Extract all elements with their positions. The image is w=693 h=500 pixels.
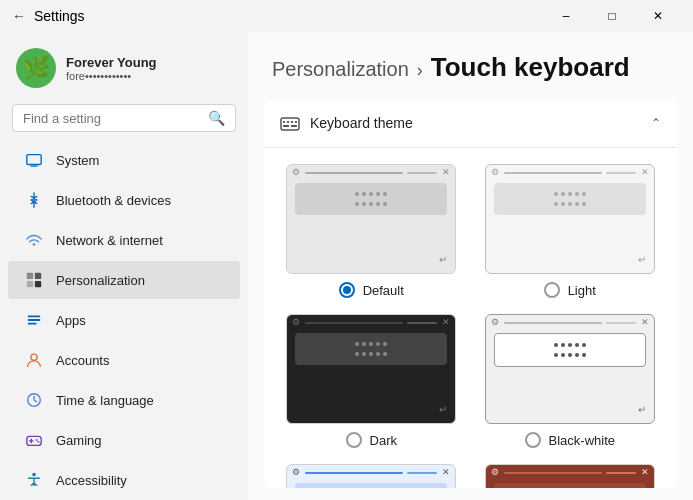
close-icon: ✕	[641, 167, 649, 177]
close-icon: ✕	[442, 167, 450, 177]
keyboard-body	[295, 333, 447, 365]
system-icon	[24, 150, 44, 170]
sidebar-item-time[interactable]: Time & language	[8, 381, 240, 419]
apps-icon	[24, 310, 44, 330]
theme-name-light: Light	[568, 283, 596, 298]
svg-point-11	[31, 354, 37, 360]
radio-light[interactable]	[544, 282, 560, 298]
keyboard-theme-section: Keyboard theme ⌃ ⚙ ✕	[264, 99, 677, 488]
enter-arrow-icon: ↵	[638, 254, 646, 265]
theme-card-light[interactable]: ⚙ ✕	[479, 164, 662, 298]
svg-rect-8	[28, 316, 41, 318]
sidebar-item-accounts[interactable]: Accounts	[8, 341, 240, 379]
search-input[interactable]	[23, 111, 200, 126]
sidebar-item-network[interactable]: Network & internet	[8, 221, 240, 259]
svg-rect-24	[283, 125, 289, 127]
theme-preview-poppy-red: ⚙ ✕	[485, 464, 655, 488]
personalization-icon	[24, 270, 44, 290]
close-icon: ✕	[641, 467, 649, 477]
user-name: Forever Young	[66, 55, 157, 70]
back-button[interactable]: ←	[12, 8, 26, 24]
sidebar-label-apps: Apps	[56, 313, 86, 328]
gear-icon: ⚙	[491, 317, 499, 327]
breadcrumb-separator: ›	[417, 60, 423, 81]
svg-rect-9	[28, 319, 41, 321]
chevron-up-icon: ⌃	[651, 116, 661, 130]
sidebar-item-system[interactable]: System	[8, 141, 240, 179]
accounts-icon	[24, 350, 44, 370]
user-info: Forever Young fore••••••••••••	[66, 55, 157, 82]
sidebar-label-system: System	[56, 153, 99, 168]
theme-card-black-white[interactable]: ⚙ ✕	[479, 314, 662, 448]
theme-card-poppy-red[interactable]: ⚙ ✕	[479, 464, 662, 488]
enter-arrow-icon: ↵	[638, 404, 646, 415]
sidebar-item-accessibility[interactable]: Accessibility	[8, 461, 240, 499]
maximize-button[interactable]: □	[589, 0, 635, 32]
search-box[interactable]: 🔍	[12, 104, 236, 132]
close-icon: ✕	[442, 317, 450, 327]
sidebar-item-personalization[interactable]: Personalization	[8, 261, 240, 299]
svg-point-17	[38, 441, 40, 443]
svg-rect-23	[295, 121, 297, 123]
svg-rect-25	[291, 125, 297, 127]
theme-card-default[interactable]: ⚙ ✕	[280, 164, 463, 298]
search-icon: 🔍	[208, 110, 225, 126]
theme-card-color-pop[interactable]: ⚙ ✕	[280, 464, 463, 488]
close-icon: ✕	[442, 467, 450, 477]
close-icon: ✕	[641, 317, 649, 327]
sidebar-item-bluetooth[interactable]: Bluetooth & devices	[8, 181, 240, 219]
keyboard-body	[494, 333, 646, 367]
keyboard-body	[295, 483, 447, 488]
sidebar-item-gaming[interactable]: Gaming	[8, 421, 240, 459]
page-header: Personalization › Touch keyboard	[248, 32, 693, 99]
sidebar-label-accessibility: Accessibility	[56, 473, 127, 488]
theme-label-row: Dark	[346, 432, 397, 448]
svg-rect-20	[283, 121, 285, 123]
svg-rect-6	[27, 281, 33, 287]
svg-rect-21	[287, 121, 289, 123]
gear-icon: ⚙	[292, 167, 300, 177]
radio-dark[interactable]	[346, 432, 362, 448]
time-icon	[24, 390, 44, 410]
svg-rect-5	[35, 273, 41, 279]
breadcrumb-parent: Personalization	[272, 58, 409, 81]
bluetooth-icon	[24, 190, 44, 210]
minimize-button[interactable]: –	[543, 0, 589, 32]
sidebar-label-time: Time & language	[56, 393, 154, 408]
theme-preview-black-white: ⚙ ✕	[485, 314, 655, 424]
user-email: fore••••••••••••	[66, 70, 157, 82]
section-header[interactable]: Keyboard theme ⌃	[264, 99, 677, 148]
theme-preview-light: ⚙ ✕	[485, 164, 655, 274]
main-content: Personalization › Touch keyboard Keybo	[248, 32, 693, 500]
svg-rect-1	[30, 165, 37, 166]
theme-name-default: Default	[363, 283, 404, 298]
avatar-icon: 🌿	[23, 55, 50, 81]
theme-card-dark[interactable]: ⚙ ✕	[280, 314, 463, 448]
section-header-left: Keyboard theme	[280, 113, 413, 133]
theme-name-black-white: Black-white	[549, 433, 615, 448]
theme-preview-default: ⚙ ✕	[286, 164, 456, 274]
radio-black-white[interactable]	[525, 432, 541, 448]
keyboard-body	[494, 483, 646, 488]
close-button[interactable]: ✕	[635, 0, 681, 32]
sidebar: 🌿 Forever Young fore•••••••••••• 🔍 Syste…	[0, 32, 248, 500]
page-title: Touch keyboard	[431, 52, 630, 83]
title-bar: ← Settings – □ ✕	[0, 0, 693, 32]
svg-rect-19	[281, 118, 299, 130]
window-title: Settings	[34, 8, 85, 24]
keyboard-icon	[280, 113, 300, 133]
user-section: 🌿 Forever Young fore••••••••••••	[0, 32, 248, 100]
gear-icon: ⚙	[292, 467, 300, 477]
gaming-icon	[24, 430, 44, 450]
svg-rect-4	[27, 273, 33, 279]
sidebar-item-apps[interactable]: Apps	[8, 301, 240, 339]
sidebar-label-accounts: Accounts	[56, 353, 109, 368]
avatar: 🌿	[16, 48, 56, 88]
enter-arrow-icon: ↵	[439, 404, 447, 415]
svg-rect-10	[28, 323, 37, 325]
theme-preview-color-pop: ⚙ ✕	[286, 464, 456, 488]
svg-point-18	[32, 473, 36, 477]
svg-point-3	[33, 243, 36, 246]
radio-default[interactable]	[339, 282, 355, 298]
theme-name-dark: Dark	[370, 433, 397, 448]
